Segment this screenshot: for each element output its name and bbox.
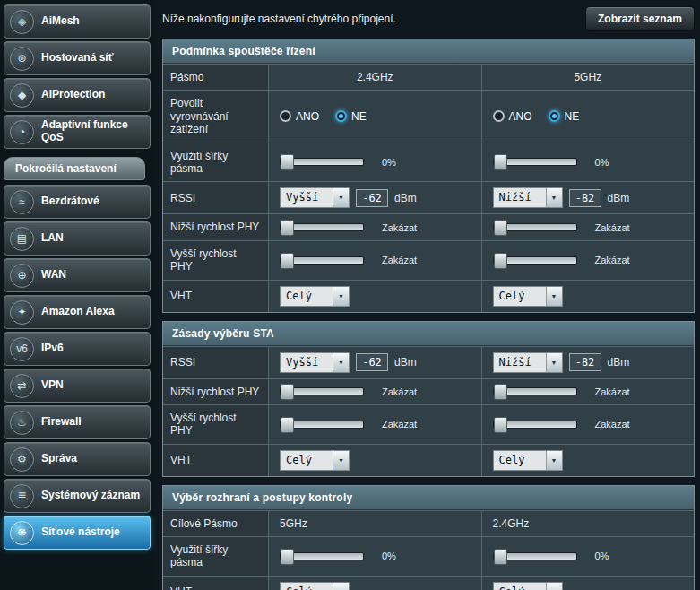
sidebar-item-vpn[interactable]: ⇄VPN [4, 369, 151, 403]
chevron-down-icon: ▼ [333, 451, 349, 470]
sidebar-item-label: LAN [41, 232, 64, 245]
slider-handle[interactable] [494, 549, 507, 565]
slider-handle[interactable] [494, 253, 507, 269]
sidebar-item-wireless[interactable]: ≈Bezdrátové [4, 185, 151, 219]
slider[interactable] [493, 387, 577, 395]
gauge-icon: ◔ [10, 120, 34, 144]
slider-track[interactable] [493, 552, 577, 560]
slider-track[interactable] [493, 421, 577, 429]
slider[interactable] [280, 421, 364, 429]
radio-label: NE [565, 110, 580, 123]
slider-track[interactable] [280, 158, 364, 166]
sidebar-item-label: Hostovaná síť [41, 52, 113, 65]
slider-track[interactable] [493, 223, 577, 231]
radio-label: NE [351, 110, 367, 123]
slider[interactable] [493, 223, 577, 231]
show-list-button[interactable]: Zobrazit seznam [585, 6, 695, 31]
slider-track[interactable] [493, 158, 577, 166]
dropdown-select[interactable]: Celý▼ [493, 450, 563, 471]
sidebar-item-adaptive-qos[interactable]: ◔Adaptivní funkce QoS [4, 115, 151, 149]
row-label: VHT [163, 281, 269, 312]
dropdown-select[interactable]: Celý▼ [280, 450, 350, 471]
slider[interactable] [280, 256, 364, 265]
slider[interactable] [493, 256, 577, 265]
sidebar-item-aiprotection[interactable]: ◆AiProtection [4, 78, 151, 112]
slider-handle[interactable] [281, 154, 294, 170]
row-label: Nižší rychlost PHY [163, 379, 269, 404]
slider[interactable] [493, 552, 577, 560]
slider-handle[interactable] [494, 154, 507, 170]
sidebar-item-network-tools[interactable]: ☸Síťové nástroje [4, 516, 151, 550]
slider-handle[interactable] [494, 220, 507, 236]
chevron-down-icon: ▼ [546, 287, 562, 306]
value-input[interactable] [356, 189, 388, 207]
slider-track[interactable] [493, 387, 577, 395]
sidebar-item-lan[interactable]: ▤LAN [4, 221, 151, 256]
slider[interactable] [280, 223, 364, 231]
dropdown-select[interactable]: Celý▼ [493, 286, 563, 307]
row-value-cell: Vyšší▼dBm [269, 182, 482, 213]
slider[interactable] [493, 421, 577, 429]
sidebar-item-label: Správa [41, 453, 77, 465]
slider-value-label: Zakázat [382, 419, 417, 429]
dropdown-select[interactable]: Nižší▼ [493, 352, 563, 373]
sidebar-item-aimesh[interactable]: ◈AiMesh [4, 4, 151, 39]
slider-handle[interactable] [281, 220, 294, 236]
radio-ano[interactable]: ANO [493, 110, 532, 123]
radio-ne[interactable]: NE [335, 110, 367, 123]
row-label: Vyšší rychlost PHY [163, 241, 269, 280]
sidebar-item-wan[interactable]: ⊕WAN [4, 258, 151, 292]
slider-handle[interactable] [281, 549, 294, 565]
row-value-cell: Zakázat [482, 405, 695, 444]
row-value-cell: 0% [482, 143, 695, 182]
slider[interactable] [280, 552, 364, 560]
sidebar-item-amazon-alexa[interactable]: ✦Amazon Alexa [4, 295, 151, 329]
radio-ne[interactable]: NE [549, 110, 580, 123]
page-description: Níže nakonfigurujte nastavení chytrého p… [162, 13, 396, 25]
dropdown-select[interactable]: Vyšší▼ [280, 187, 350, 208]
dropdown-select[interactable]: Celý▼ [280, 582, 350, 590]
slider-track[interactable] [280, 552, 364, 560]
slider-track[interactable] [280, 387, 364, 395]
ipv6-icon: v6 [10, 337, 34, 361]
radio-ano[interactable]: ANO [280, 110, 319, 123]
sidebar-item-ipv6[interactable]: v6IPv6 [4, 332, 151, 366]
slider[interactable] [280, 387, 364, 395]
guest-network-icon: ⊚ [10, 47, 34, 71]
radio-group: ANONE [493, 110, 580, 123]
row-value-cell: ANONE [482, 91, 695, 142]
dropdown-select[interactable]: Nižší▼ [493, 187, 563, 208]
row-label: RSSI [163, 182, 269, 213]
slider-track[interactable] [493, 256, 577, 265]
table-row: Vyšší rychlost PHYZakázatZakázat [163, 404, 694, 444]
slider[interactable] [280, 158, 364, 166]
slider-track[interactable] [280, 223, 364, 231]
main-content: Níže nakonfigurujte nastavení chytrého p… [154, 0, 700, 590]
slider-handle[interactable] [494, 384, 507, 400]
slider[interactable] [493, 158, 577, 166]
slider-value-label: 0% [595, 551, 609, 561]
slider-handle[interactable] [281, 417, 294, 433]
value-input[interactable] [569, 353, 601, 371]
slider-handle[interactable] [281, 384, 294, 400]
slider-track[interactable] [280, 421, 364, 429]
dropdown-select[interactable]: Celý▼ [493, 582, 563, 590]
slider-handle[interactable] [494, 417, 507, 433]
dropdown-select[interactable]: Celý▼ [280, 286, 350, 307]
value-input[interactable] [356, 353, 388, 371]
unit-label: dBm [608, 356, 630, 369]
value-input[interactable] [569, 189, 601, 207]
sidebar-item-guest-network[interactable]: ⊚Hostovaná síť [4, 41, 151, 75]
table-row: Využití šířky pásma0%0% [163, 143, 694, 182]
sidebar-item-firewall[interactable]: ♨Firewall [4, 405, 151, 439]
slider-handle[interactable] [281, 253, 294, 269]
band-label: 2.4GHz [357, 71, 393, 83]
row-label: VHT [163, 577, 269, 590]
row-value-cell: 0% [482, 537, 695, 576]
dropdown-select[interactable]: Vyšší▼ [280, 352, 350, 373]
sidebar-item-administration[interactable]: ⚙Správa [4, 442, 151, 476]
chevron-down-icon: ▼ [333, 353, 349, 372]
band-label: 5GHz [574, 71, 601, 83]
slider-track[interactable] [280, 256, 364, 265]
sidebar-item-system-log[interactable]: ≣Systémový záznam [4, 479, 151, 513]
